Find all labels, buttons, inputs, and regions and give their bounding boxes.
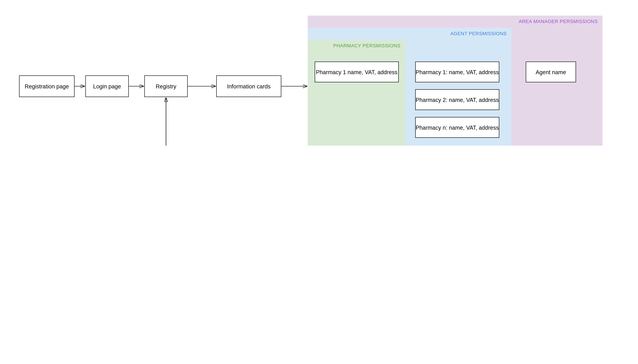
card-pharmacy1-info: Pharmacy 1 name, VAT, address	[315, 62, 399, 82]
node-registration: Registration page	[19, 76, 74, 97]
node-registry: Registry	[144, 76, 188, 97]
node-login: Login page	[86, 76, 129, 97]
card-agent-name: Agent name	[526, 62, 576, 82]
zone-pharmacy-top: PHARMACY PERSMISSIONS	[308, 40, 405, 146]
flowchart-canvas: Registration page Login page Registry In…	[0, 0, 638, 146]
zone-label-agent-top: AGENT PERSMISSIONS	[450, 31, 507, 36]
card-agent-pharmacy2: Pharmacy 2: name, VAT, address	[415, 89, 499, 110]
card-agent-pharmacyn: Pharmacy n: name, VAT, address	[415, 117, 499, 138]
card-agent-pharmacy1: Pharmacy 1: name, VAT, address	[415, 62, 499, 82]
zone-label-area-top: AREA MANAGER PERSMISSIONS	[519, 19, 598, 24]
node-information-cards: Information cards	[216, 76, 282, 97]
zone-label-pharmacy-top: PHARMACY PERSMISSIONS	[333, 43, 400, 48]
